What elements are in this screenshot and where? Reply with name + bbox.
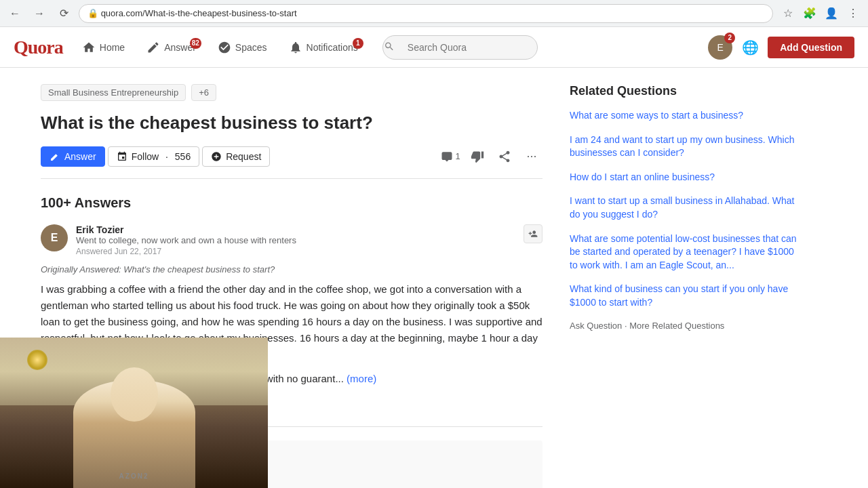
- spaces-icon: [218, 41, 231, 54]
- share-icons: 1 ···: [439, 146, 542, 167]
- answer-btn-label: Answer: [64, 151, 96, 162]
- answer-badge: 82: [190, 38, 201, 49]
- request-icon: [211, 151, 222, 162]
- answers-heading: 100+ Answers: [41, 195, 542, 211]
- browser-chrome: ← → ⟳ 🔒 quora.com/What-is-the-cheapest-b…: [0, 0, 868, 27]
- nav-spaces[interactable]: Spaces: [210, 35, 275, 60]
- author-name: Erik Tozier: [76, 224, 515, 235]
- quora-logo[interactable]: Quora: [14, 37, 63, 58]
- related-question-5[interactable]: What kind of business can you start if y…: [570, 283, 800, 309]
- nav-notifications-label: Notifications: [307, 42, 358, 53]
- related-question-4[interactable]: What are some potential low-cost busines…: [570, 232, 800, 272]
- pencil-icon: [50, 151, 60, 162]
- share-button[interactable]: [494, 146, 515, 167]
- follow-btn-label: Follow: [132, 151, 159, 162]
- author-info: Erik Tozier Went to college, now work an…: [76, 224, 515, 256]
- topic-tag-more[interactable]: +6: [191, 84, 216, 101]
- author-bio: Went to college, now work and own a hous…: [76, 235, 515, 245]
- header-right: E 2 🌐 Add Question: [708, 35, 854, 60]
- person-add-icon: [528, 229, 538, 239]
- topic-tag-sbe[interactable]: Small Business Entrepreneurship: [41, 84, 186, 101]
- related-question-2[interactable]: How do I start an online business?: [570, 171, 800, 184]
- related-question-3[interactable]: I want to start up a small business in A…: [570, 195, 800, 221]
- comment-button[interactable]: 1: [439, 146, 461, 167]
- add-question-button[interactable]: Add Question: [768, 37, 854, 58]
- video-player[interactable]: AZON2: [0, 338, 268, 488]
- quora-header: Quora Home Answer 82 Spaces Notification…: [0, 27, 868, 68]
- originally-answered: Originally Answered: What's the cheapest…: [41, 264, 542, 274]
- answer-icon: [146, 41, 160, 54]
- nav-home-label: Home: [100, 42, 125, 53]
- avatar-badge: 2: [724, 33, 735, 43]
- request-button[interactable]: Request: [202, 146, 270, 167]
- follow-count: 556: [175, 151, 191, 162]
- bell-icon: [289, 41, 302, 54]
- related-question-0[interactable]: What are some ways to start a business?: [570, 109, 800, 123]
- reload-button[interactable]: ⟳: [54, 4, 73, 23]
- action-bar: Answer Follow · 556 Request 1: [41, 146, 542, 179]
- video-overlay: AZON2: [0, 338, 268, 488]
- ask-question-link[interactable]: Ask Question: [570, 321, 622, 331]
- answer-more-link[interactable]: (more): [347, 373, 376, 384]
- related-question-1[interactable]: I am 24 and want to start up my own busi…: [570, 134, 800, 160]
- follow-icon: [117, 151, 127, 162]
- home-icon: [82, 41, 96, 54]
- search-icon: [384, 41, 395, 54]
- more-related-link[interactable]: More Related Questions: [629, 321, 724, 331]
- author-avatar: E: [41, 224, 68, 251]
- language-button[interactable]: 🌐: [738, 35, 762, 60]
- more-options-button[interactable]: ···: [521, 146, 542, 167]
- nav-notifications[interactable]: Notifications 1: [281, 35, 366, 60]
- downvote-button[interactable]: [467, 146, 488, 167]
- profile-button[interactable]: 👤: [822, 4, 841, 23]
- search-container: [377, 35, 580, 60]
- follow-button[interactable]: Follow · 556: [108, 146, 200, 167]
- nav-home[interactable]: Home: [74, 35, 133, 60]
- more-menu-button[interactable]: ⋮: [844, 4, 863, 23]
- request-btn-label: Request: [226, 151, 261, 162]
- address-bar[interactable]: 🔒 quora.com/What-is-the-cheapest-busines…: [79, 4, 773, 23]
- answer-button[interactable]: Answer: [41, 146, 105, 167]
- lock-icon: 🔒: [87, 8, 98, 18]
- related-footer: Ask Question · More Related Questions: [570, 321, 800, 331]
- nav-answer[interactable]: Answer 82: [138, 35, 204, 60]
- related-heading: Related Questions: [570, 84, 800, 98]
- comment-count: 1: [455, 151, 460, 161]
- browser-toolbar: ☆ 🧩 👤 ⋮: [778, 4, 863, 23]
- search-input[interactable]: [382, 35, 538, 60]
- forward-button[interactable]: →: [30, 4, 49, 23]
- bookmark-star-button[interactable]: ☆: [778, 4, 797, 23]
- url-text: quora.com/What-is-the-cheapest-business-…: [101, 8, 297, 18]
- notifications-badge: 1: [353, 38, 363, 49]
- topic-tags: Small Business Entrepreneurship +6: [41, 84, 542, 101]
- question-title: What is the cheapest business to start?: [41, 112, 542, 135]
- answer-author-row: E Erik Tozier Went to college, now work …: [41, 224, 542, 256]
- nav-spaces-label: Spaces: [235, 42, 267, 53]
- extensions-button[interactable]: 🧩: [800, 4, 819, 23]
- answer-date: Answered Jun 22, 2017: [76, 247, 515, 256]
- video-brand-text: AZON2: [119, 472, 149, 480]
- answer-follow-btn[interactable]: [524, 224, 542, 243]
- sidebar: Related Questions What are some ways to …: [570, 84, 800, 488]
- back-button[interactable]: ←: [5, 4, 24, 23]
